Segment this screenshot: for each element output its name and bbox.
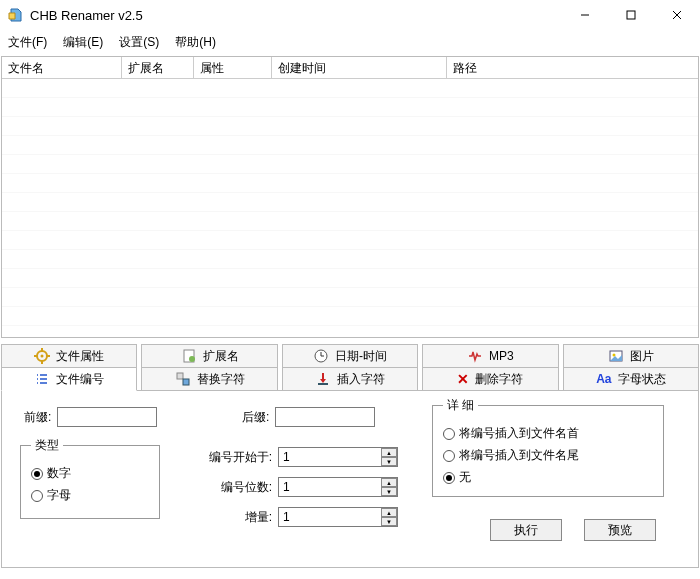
svg-marker-1 — [9, 13, 15, 19]
tab-file-attributes[interactable]: 文件属性 — [1, 344, 137, 368]
radio-dot-icon — [443, 450, 455, 462]
step-label: 增量: — [192, 509, 272, 526]
suffix-input[interactable] — [275, 407, 375, 427]
tab-label: 日期-时间 — [335, 348, 387, 365]
radio-label: 无 — [459, 469, 471, 486]
spin-down-button[interactable]: ▼ — [381, 487, 397, 496]
tab-label: 图片 — [630, 348, 654, 365]
tab-label: 插入字符 — [337, 371, 385, 388]
type-legend: 类型 — [31, 437, 63, 454]
start-label: 编号开始于: — [192, 449, 272, 466]
radio-label: 字母 — [47, 487, 71, 504]
svg-rect-3 — [627, 11, 635, 19]
image-icon — [608, 348, 624, 364]
insert-icon — [315, 371, 331, 387]
tab-datetime[interactable]: 日期-时间 — [282, 344, 418, 368]
start-input[interactable] — [278, 447, 398, 467]
x-icon: ✕ — [457, 371, 469, 387]
digits-input[interactable] — [278, 477, 398, 497]
th-filename[interactable]: 文件名 — [2, 57, 122, 78]
menubar: 文件(F) 编辑(E) 设置(S) 帮助(H) — [0, 30, 700, 54]
prefix-label: 前缀: — [24, 409, 51, 426]
radio-dot-icon — [443, 428, 455, 440]
spin-up-button[interactable]: ▲ — [381, 508, 397, 517]
svg-rect-25 — [177, 373, 183, 379]
digits-label: 编号位数: — [192, 479, 272, 496]
tab-row-top: 文件属性 扩展名 日期-时间 MP3 图片 — [1, 344, 699, 368]
svg-point-13 — [189, 356, 195, 362]
numbering-panel: 前缀: 后缀: 类型 数字 字母 编号开始于: ▲▼ 编号位数: — [1, 390, 699, 568]
list-icon — [34, 371, 50, 387]
tab-label: 扩展名 — [203, 348, 239, 365]
replace-icon — [175, 371, 191, 387]
radio-detail-head[interactable]: 将编号插入到文件名首 — [443, 425, 653, 442]
tab-mp3[interactable]: MP3 — [422, 344, 558, 368]
spin-down-button[interactable]: ▼ — [381, 457, 397, 466]
tab-picture[interactable]: 图片 — [563, 344, 699, 368]
radio-type-number[interactable]: 数字 — [31, 465, 149, 482]
radio-dot-icon — [31, 490, 43, 502]
minimize-button[interactable] — [562, 0, 608, 30]
tab-label: 文件属性 — [56, 348, 104, 365]
table-body[interactable] — [2, 79, 698, 337]
radio-label: 将编号插入到文件名首 — [459, 425, 579, 442]
th-path[interactable]: 路径 — [447, 57, 698, 78]
step-input[interactable] — [278, 507, 398, 527]
tab-insert[interactable]: 插入字符 — [282, 367, 418, 391]
th-extension[interactable]: 扩展名 — [122, 57, 194, 78]
tab-label: 替换字符 — [197, 371, 245, 388]
menu-edit[interactable]: 编辑(E) — [63, 34, 103, 51]
radio-label: 将编号插入到文件名尾 — [459, 447, 579, 464]
tab-label: 删除字符 — [475, 371, 523, 388]
tab-label: 文件编号 — [56, 371, 104, 388]
execute-button[interactable]: 执行 — [490, 519, 562, 541]
radio-detail-tail[interactable]: 将编号插入到文件名尾 — [443, 447, 653, 464]
tab-label: 字母状态 — [618, 371, 666, 388]
suffix-label: 后缀: — [242, 409, 269, 426]
window-title: CHB Renamer v2.5 — [30, 8, 562, 23]
menu-help[interactable]: 帮助(H) — [175, 34, 216, 51]
radio-detail-none[interactable]: 无 — [443, 469, 653, 486]
close-button[interactable] — [654, 0, 700, 30]
tab-row-bottom: 文件编号 替换字符 插入字符 ✕ 删除字符 Aa 字母状态 — [1, 367, 699, 391]
svg-rect-29 — [318, 383, 328, 385]
tab-numbering[interactable]: 文件编号 — [1, 367, 137, 391]
radio-type-letter[interactable]: 字母 — [31, 487, 149, 504]
tab-delete[interactable]: ✕ 删除字符 — [422, 367, 558, 391]
th-attributes[interactable]: 属性 — [194, 57, 272, 78]
tab-replace[interactable]: 替换字符 — [141, 367, 277, 391]
prefix-input[interactable] — [57, 407, 157, 427]
th-created[interactable]: 创建时间 — [272, 57, 447, 78]
gear-icon — [34, 348, 50, 364]
preview-button[interactable]: 预览 — [584, 519, 656, 541]
app-icon — [8, 7, 24, 23]
svg-rect-26 — [183, 379, 189, 385]
table-header: 文件名 扩展名 属性 创建时间 路径 — [2, 57, 698, 79]
file-table: 文件名 扩展名 属性 创建时间 路径 — [1, 56, 699, 338]
page-icon — [181, 348, 197, 364]
titlebar: CHB Renamer v2.5 — [0, 0, 700, 30]
svg-marker-28 — [320, 379, 326, 383]
svg-point-7 — [41, 355, 44, 358]
radio-dot-icon — [31, 468, 43, 480]
spin-down-button[interactable]: ▼ — [381, 517, 397, 526]
audio-icon — [467, 348, 483, 364]
tab-case[interactable]: Aa 字母状态 — [563, 367, 699, 391]
detail-fieldset: 详 细 将编号插入到文件名首 将编号插入到文件名尾 无 — [432, 397, 664, 497]
spin-up-button[interactable]: ▲ — [381, 478, 397, 487]
spin-up-button[interactable]: ▲ — [381, 448, 397, 457]
menu-file[interactable]: 文件(F) — [8, 34, 47, 51]
tab-label: MP3 — [489, 349, 514, 363]
radio-dot-icon — [443, 472, 455, 484]
radio-label: 数字 — [47, 465, 71, 482]
tab-extension[interactable]: 扩展名 — [141, 344, 277, 368]
aa-icon: Aa — [596, 372, 611, 386]
menu-settings[interactable]: 设置(S) — [119, 34, 159, 51]
type-fieldset: 类型 数字 字母 — [20, 437, 160, 519]
detail-legend: 详 细 — [443, 397, 478, 414]
maximize-button[interactable] — [608, 0, 654, 30]
clock-icon — [313, 348, 329, 364]
